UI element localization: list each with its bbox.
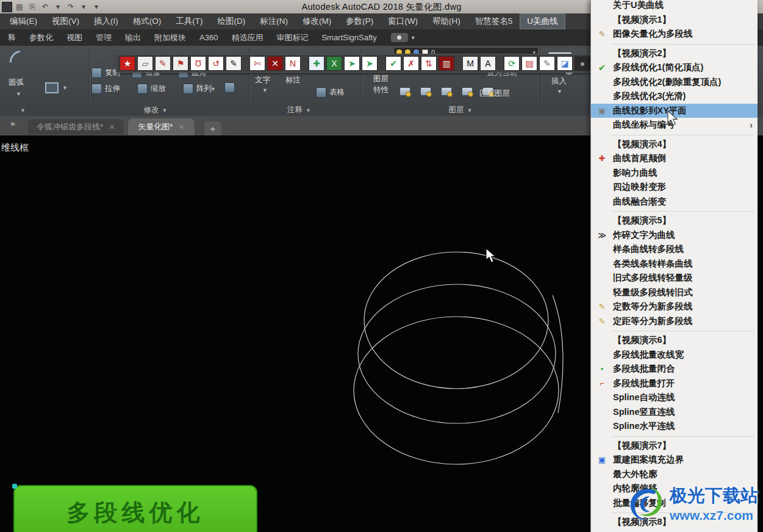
context-menu-item[interactable]: Spline水平连线: [591, 419, 758, 434]
ribbon-tab[interactable]: 管理: [89, 32, 118, 43]
ribbon-tab[interactable]: 附加模块: [148, 32, 193, 43]
brush-tool-icon[interactable]: ✎: [539, 56, 555, 71]
panel-label-layers[interactable]: 图层▼: [421, 104, 500, 116]
context-menu-item[interactable]: 四边映射变形: [591, 180, 758, 195]
context-menu-item[interactable]: 多段线批量改线宽: [591, 348, 758, 362]
undo-dropdown-icon[interactable]: ▾: [52, 2, 63, 12]
context-menu-item[interactable]: 关于U美曲线: [591, 0, 758, 13]
menubar-item[interactable]: 插入(I): [87, 13, 126, 29]
ribbon-tab[interactable]: A360: [193, 33, 224, 42]
panel-label-modify[interactable]: 修改▼: [110, 104, 201, 116]
context-menu-item[interactable]: 曲线融合渐变: [591, 195, 758, 209]
layer-state-tool-icon[interactable]: [399, 87, 410, 96]
context-menu-item[interactable]: 【视频演示6】: [591, 333, 758, 348]
record-camera-icon[interactable]: [391, 33, 408, 42]
dimension-button[interactable]: 标注: [285, 75, 301, 85]
menubar-item[interactable]: 视图(V): [45, 13, 87, 29]
panel-label-left-partial[interactable]: ▼: [6, 104, 37, 116]
undo-icon[interactable]: ↶: [40, 2, 51, 12]
x-swap-tool-icon[interactable]: ⇅: [421, 56, 437, 71]
context-menu-item[interactable]: ✔多段线优化1(简化顶点): [591, 60, 758, 75]
context-menu-item[interactable]: 多段线优化3(光滑): [591, 89, 758, 104]
context-menu-item[interactable]: 【视频演示1】: [591, 13, 758, 27]
ribbon-tab[interactable]: 输出: [118, 32, 148, 43]
context-menu-item[interactable]: 各类线条转样条曲线: [591, 257, 758, 271]
context-menu-item[interactable]: Spline竖直连线: [591, 405, 758, 420]
menubar-item[interactable]: 绘图(D): [210, 13, 253, 29]
export-green-tool-icon[interactable]: ➤: [344, 56, 360, 71]
palette-tool-icon[interactable]: ◪: [557, 56, 573, 71]
offset-tool-icon[interactable]: [224, 82, 235, 93]
modify-tool-button[interactable]: 缩放: [137, 84, 166, 94]
menubar-item[interactable]: 参数(P): [339, 13, 381, 29]
panel-label-annotate[interactable]: 注释▼: [261, 104, 337, 116]
context-menu-item[interactable]: 影响力曲线: [591, 166, 758, 181]
context-menu-item[interactable]: 轻量级多段线转旧式: [591, 286, 758, 300]
context-menu-item[interactable]: ≫炸碎文字为曲线: [591, 228, 758, 243]
context-menu-item[interactable]: 样条曲线转多段线: [591, 242, 758, 257]
text-button[interactable]: 文字: [255, 75, 270, 85]
lasso-tool-icon[interactable]: ▱: [137, 56, 153, 71]
snip-tool-icon[interactable]: ✄: [249, 56, 265, 71]
context-menu-item[interactable]: 【视频演示4】: [591, 137, 758, 152]
pin-icon[interactable]: ⚑: [10, 121, 17, 128]
tab-close-icon[interactable]: ✕: [179, 123, 184, 131]
context-menu-item[interactable]: ▣重建图案填充边界: [591, 453, 758, 467]
menubar-item[interactable]: U美曲线: [520, 13, 565, 29]
sketch-tool-icon[interactable]: ✎: [155, 56, 171, 71]
context-menu-item[interactable]: 【视频演示7】: [591, 439, 758, 453]
text-dropdown-icon[interactable]: ▼: [262, 87, 268, 93]
redo-icon[interactable]: ↷: [65, 2, 76, 12]
menubar-item[interactable]: 窗口(W): [381, 13, 425, 29]
context-menu-item[interactable]: Spline自动连线: [591, 390, 758, 405]
pdf-tool-icon[interactable]: ▤: [521, 56, 537, 71]
check-tool-icon[interactable]: ✔: [385, 56, 401, 71]
menubar-item[interactable]: 修改(M): [295, 13, 339, 29]
layer-state-tool-icon[interactable]: [441, 87, 452, 96]
trash-tool-icon[interactable]: ▥: [439, 56, 454, 71]
new-tab-button[interactable]: +: [204, 121, 221, 135]
export-green2-tool-icon[interactable]: ➤: [362, 56, 378, 71]
menubar-item[interactable]: 标注(N): [253, 13, 295, 29]
ribbon-tab[interactable]: SmartSignSafty: [315, 33, 383, 42]
table-button[interactable]: 表格: [316, 87, 345, 98]
context-menu-item[interactable]: 多段线优化2(删除重复顶点): [591, 75, 758, 90]
excel-tool-icon[interactable]: X: [326, 56, 342, 71]
pen-tool-icon[interactable]: ✎: [226, 56, 242, 71]
context-menu-item[interactable]: ▪多段线批量闭合: [591, 362, 758, 376]
array-dropdown-icon[interactable]: ▼: [210, 86, 216, 92]
context-menu-item[interactable]: ✎定距等分为新多段线: [591, 314, 758, 329]
tab-close-icon[interactable]: ✕: [109, 123, 115, 131]
arc-tool-icon[interactable]: [5, 46, 37, 77]
refresh-tool-icon[interactable]: ⟳: [504, 56, 520, 71]
mtext-tool-icon[interactable]: M: [462, 56, 478, 71]
add-block-tool-icon[interactable]: ✚: [309, 56, 324, 71]
u-arrow-tool-icon[interactable]: ↺: [208, 56, 224, 71]
redo-dropdown-icon[interactable]: ▾: [78, 2, 89, 12]
context-menu-item[interactable]: ⌐多段线批量打开: [591, 376, 758, 391]
menubar-item[interactable]: 编辑(E): [2, 13, 45, 29]
layer-state-tool-icon[interactable]: [462, 87, 473, 96]
arc-button[interactable]: 圆弧: [9, 77, 24, 88]
menubar-item[interactable]: 智慧签名5: [468, 13, 520, 29]
menubar-item[interactable]: 格式(O): [126, 13, 169, 29]
modify-tool-button[interactable]: 拉伸: [91, 84, 120, 94]
context-menu-item[interactable]: ✎图像矢量化为多段线: [591, 27, 758, 41]
app-button-icon[interactable]: [2, 2, 12, 12]
context-menu-item[interactable]: 旧式多段线转轻量级: [591, 271, 758, 286]
save-icon[interactable]: ▤: [14, 2, 25, 12]
context-menu-item[interactable]: ▣曲线投影到XY平面: [591, 104, 758, 118]
rectangle-dropdown-icon[interactable]: ▼: [62, 85, 68, 91]
record-dropdown-icon[interactable]: ▾: [412, 34, 415, 41]
modify-tool-button[interactable]: 阵列: [183, 84, 212, 94]
context-menu-item[interactable]: ✎定数等分为新多段线: [591, 300, 758, 314]
document-tab[interactable]: 矢量化图*✕: [128, 118, 194, 135]
layer-state-tool-icon[interactable]: [420, 87, 431, 96]
context-menu-item[interactable]: ✚曲线首尾颠倒: [591, 151, 758, 166]
menubar-item[interactable]: 帮助(H): [425, 13, 468, 29]
flag-tool-icon[interactable]: ⚑: [173, 56, 188, 71]
ribbon-tab[interactable]: 视图: [60, 32, 89, 43]
context-menu-item[interactable]: 【视频演示2】: [591, 46, 758, 61]
ribbon-tab[interactable]: 精选应用: [224, 32, 270, 43]
rectangle-tool-icon[interactable]: [45, 82, 59, 93]
